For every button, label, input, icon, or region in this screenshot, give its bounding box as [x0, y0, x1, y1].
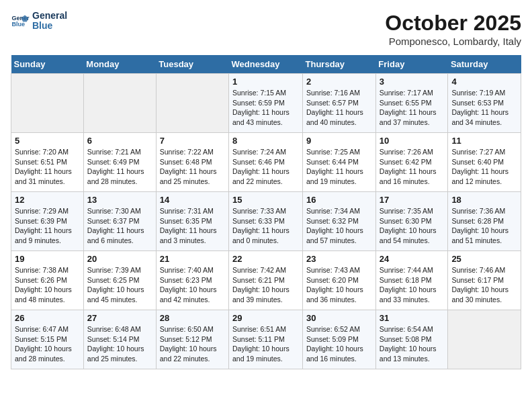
- day-number: 28: [160, 313, 225, 323]
- calendar-cell: 15Sunrise: 7:33 AMSunset: 6:33 PMDayligh…: [229, 192, 303, 251]
- calendar-table: Sunday Monday Tuesday Wednesday Thursday…: [11, 55, 521, 369]
- day-info: Sunrise: 6:50 AMSunset: 5:12 PMDaylight:…: [160, 324, 225, 364]
- day-info: Sunrise: 7:39 AMSunset: 6:25 PMDaylight:…: [87, 265, 152, 305]
- day-number: 2: [306, 77, 372, 87]
- day-info: Sunrise: 7:36 AMSunset: 6:28 PMDaylight:…: [451, 206, 517, 246]
- day-number: 17: [380, 195, 445, 205]
- calendar-cell: 4Sunrise: 7:19 AMSunset: 6:53 PMDaylight…: [448, 74, 521, 133]
- day-number: 5: [15, 136, 80, 146]
- calendar-header: Sunday Monday Tuesday Wednesday Thursday…: [11, 55, 521, 74]
- day-info: Sunrise: 7:21 AMSunset: 6:49 PMDaylight:…: [87, 147, 152, 187]
- day-info: Sunrise: 7:20 AMSunset: 6:51 PMDaylight:…: [15, 147, 80, 187]
- day-number: 12: [15, 195, 80, 205]
- header-thursday: Thursday: [303, 55, 376, 74]
- day-info: Sunrise: 7:16 AMSunset: 6:57 PMDaylight:…: [306, 88, 372, 128]
- calendar-cell: 6Sunrise: 7:21 AMSunset: 6:49 PMDaylight…: [83, 133, 156, 192]
- calendar-cell: 20Sunrise: 7:39 AMSunset: 6:25 PMDayligh…: [83, 251, 156, 310]
- day-info: Sunrise: 6:47 AMSunset: 5:15 PMDaylight:…: [15, 324, 80, 364]
- month-title: October 2025: [385, 11, 521, 36]
- page-header: General Blue General Blue October 2025 P…: [11, 11, 521, 47]
- calendar-cell: 25Sunrise: 7:46 AMSunset: 6:17 PMDayligh…: [448, 251, 521, 310]
- header-friday: Friday: [375, 55, 448, 74]
- calendar-cell: 28Sunrise: 6:50 AMSunset: 5:12 PMDayligh…: [156, 310, 228, 369]
- day-number: 8: [232, 136, 299, 146]
- logo-line1: General: [32, 11, 67, 21]
- day-number: 19: [15, 254, 80, 264]
- title-block: October 2025 Pomponesco, Lombardy, Italy: [385, 11, 521, 47]
- day-info: Sunrise: 7:33 AMSunset: 6:33 PMDaylight:…: [232, 206, 299, 246]
- day-info: Sunrise: 7:29 AMSunset: 6:39 PMDaylight:…: [15, 206, 80, 246]
- day-info: Sunrise: 6:52 AMSunset: 5:09 PMDaylight:…: [306, 324, 372, 364]
- header-wednesday: Wednesday: [229, 55, 303, 74]
- calendar-cell: 7Sunrise: 7:22 AMSunset: 6:48 PMDaylight…: [156, 133, 228, 192]
- day-info: Sunrise: 6:54 AMSunset: 5:08 PMDaylight:…: [380, 324, 445, 364]
- day-info: Sunrise: 7:24 AMSunset: 6:46 PMDaylight:…: [232, 147, 299, 187]
- calendar-cell: 10Sunrise: 7:26 AMSunset: 6:42 PMDayligh…: [375, 133, 448, 192]
- calendar-cell: 14Sunrise: 7:31 AMSunset: 6:35 PMDayligh…: [156, 192, 228, 251]
- calendar-cell: 18Sunrise: 7:36 AMSunset: 6:28 PMDayligh…: [448, 192, 521, 251]
- day-info: Sunrise: 7:26 AMSunset: 6:42 PMDaylight:…: [380, 147, 445, 187]
- calendar-cell: 17Sunrise: 7:35 AMSunset: 6:30 PMDayligh…: [375, 192, 448, 251]
- day-number: 20: [87, 254, 152, 264]
- calendar-cell: 11Sunrise: 7:27 AMSunset: 6:40 PMDayligh…: [448, 133, 521, 192]
- calendar-cell: 30Sunrise: 6:52 AMSunset: 5:09 PMDayligh…: [303, 310, 376, 369]
- calendar-cell: 22Sunrise: 7:42 AMSunset: 6:21 PMDayligh…: [229, 251, 303, 310]
- calendar-cell: 8Sunrise: 7:24 AMSunset: 6:46 PMDaylight…: [229, 133, 303, 192]
- day-number: 22: [232, 254, 299, 264]
- calendar-cell: 19Sunrise: 7:38 AMSunset: 6:26 PMDayligh…: [11, 251, 84, 310]
- day-number: 10: [380, 136, 445, 146]
- day-info: Sunrise: 6:48 AMSunset: 5:14 PMDaylight:…: [87, 324, 152, 364]
- day-number: 9: [306, 136, 372, 146]
- day-number: 25: [451, 254, 517, 264]
- calendar-cell: 26Sunrise: 6:47 AMSunset: 5:15 PMDayligh…: [11, 310, 84, 369]
- header-saturday: Saturday: [448, 55, 521, 74]
- day-number: 4: [451, 77, 517, 87]
- header-sunday: Sunday: [11, 55, 84, 74]
- day-info: Sunrise: 7:38 AMSunset: 6:26 PMDaylight:…: [15, 265, 80, 305]
- day-number: 29: [232, 313, 299, 323]
- calendar-cell: 12Sunrise: 7:29 AMSunset: 6:39 PMDayligh…: [11, 192, 84, 251]
- day-number: 15: [232, 195, 299, 205]
- day-info: Sunrise: 7:31 AMSunset: 6:35 PMDaylight:…: [160, 206, 225, 246]
- calendar-cell: 5Sunrise: 7:20 AMSunset: 6:51 PMDaylight…: [11, 133, 84, 192]
- day-info: Sunrise: 7:46 AMSunset: 6:17 PMDaylight:…: [451, 265, 517, 305]
- calendar-cell: 13Sunrise: 7:30 AMSunset: 6:37 PMDayligh…: [83, 192, 156, 251]
- calendar-cell: 9Sunrise: 7:25 AMSunset: 6:44 PMDaylight…: [303, 133, 376, 192]
- calendar-week-0: 1Sunrise: 7:15 AMSunset: 6:59 PMDaylight…: [11, 74, 521, 133]
- day-info: Sunrise: 7:19 AMSunset: 6:53 PMDaylight:…: [451, 88, 517, 128]
- day-number: 6: [87, 136, 152, 146]
- calendar-cell: 24Sunrise: 7:44 AMSunset: 6:18 PMDayligh…: [375, 251, 448, 310]
- day-info: Sunrise: 7:35 AMSunset: 6:30 PMDaylight:…: [380, 206, 445, 246]
- day-info: Sunrise: 7:43 AMSunset: 6:20 PMDaylight:…: [306, 265, 372, 305]
- day-number: 11: [451, 136, 517, 146]
- calendar-cell: [156, 74, 228, 133]
- day-number: 1: [232, 77, 299, 87]
- day-number: 14: [160, 195, 225, 205]
- header-tuesday: Tuesday: [156, 55, 228, 74]
- calendar-cell: 2Sunrise: 7:16 AMSunset: 6:57 PMDaylight…: [303, 74, 376, 133]
- calendar-cell: 29Sunrise: 6:51 AMSunset: 5:11 PMDayligh…: [229, 310, 303, 369]
- day-number: 16: [306, 195, 372, 205]
- calendar-week-2: 12Sunrise: 7:29 AMSunset: 6:39 PMDayligh…: [11, 192, 521, 251]
- calendar-cell: 16Sunrise: 7:34 AMSunset: 6:32 PMDayligh…: [303, 192, 376, 251]
- day-info: Sunrise: 7:25 AMSunset: 6:44 PMDaylight:…: [306, 147, 372, 187]
- svg-text:Blue: Blue: [11, 21, 25, 28]
- day-number: 3: [380, 77, 445, 87]
- day-number: 13: [87, 195, 152, 205]
- calendar-week-1: 5Sunrise: 7:20 AMSunset: 6:51 PMDaylight…: [11, 133, 521, 192]
- day-info: Sunrise: 7:42 AMSunset: 6:21 PMDaylight:…: [232, 265, 299, 305]
- calendar-week-3: 19Sunrise: 7:38 AMSunset: 6:26 PMDayligh…: [11, 251, 521, 310]
- day-number: 7: [160, 136, 225, 146]
- calendar-cell: 31Sunrise: 6:54 AMSunset: 5:08 PMDayligh…: [375, 310, 448, 369]
- calendar-cell: 23Sunrise: 7:43 AMSunset: 6:20 PMDayligh…: [303, 251, 376, 310]
- day-number: 31: [380, 313, 445, 323]
- calendar-cell: 3Sunrise: 7:17 AMSunset: 6:55 PMDaylight…: [375, 74, 448, 133]
- calendar-cell: [448, 310, 521, 369]
- logo: General Blue General Blue: [11, 11, 67, 32]
- calendar-cell: [11, 74, 84, 133]
- calendar-body: 1Sunrise: 7:15 AMSunset: 6:59 PMDaylight…: [11, 74, 521, 369]
- calendar-cell: 21Sunrise: 7:40 AMSunset: 6:23 PMDayligh…: [156, 251, 228, 310]
- day-number: 18: [451, 195, 517, 205]
- location: Pomponesco, Lombardy, Italy: [385, 36, 521, 47]
- calendar-cell: 1Sunrise: 7:15 AMSunset: 6:59 PMDaylight…: [229, 74, 303, 133]
